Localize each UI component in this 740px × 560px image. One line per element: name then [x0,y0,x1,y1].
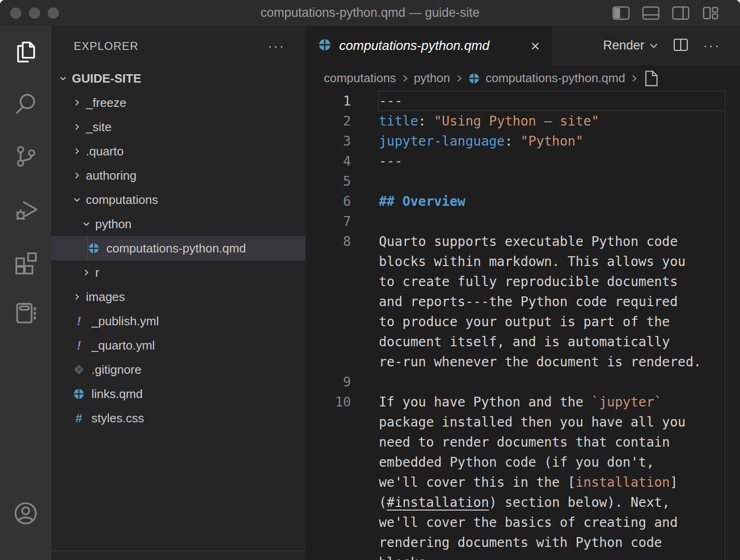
tree-item-python[interactable]: python [51,212,306,236]
tree-item-label: authoring [86,168,136,183]
code-line-5: 5 [306,171,740,191]
breadcrumbs: computations python computations-python.… [306,65,740,91]
token-text: ] [670,475,678,490]
minimize-window-button[interactable] [29,7,40,19]
activity-bar [0,26,51,560]
extensions-icon[interactable] [0,235,51,287]
tab-computations-python-qmd[interactable]: computations-python.qmd × [306,26,552,65]
code-line-6: 6## Overview [306,191,740,211]
tree-item--quarto[interactable]: .quarto [51,139,306,163]
zoom-window-button[interactable] [48,7,59,19]
yaml-file-icon: ! [73,314,85,329]
run-debug-icon[interactable] [0,182,51,235]
render-button[interactable]: Render [603,38,658,53]
layout-controls [612,0,719,26]
customize-layout-icon[interactable] [702,6,719,20]
tree-item-images[interactable]: images [51,285,306,309]
code-line-wrap: we'll cover this in the [installation] [306,472,740,492]
code-line-10: 10If you have Python and the `jupyter` [306,392,740,412]
chevron-right-icon [73,123,81,131]
code-line-wrap: rendering documents with Python code [306,532,740,553]
tree-item--quarto-yml[interactable]: !_quarto.yml [51,333,306,357]
traffic-lights [10,7,59,19]
tree-root-guide-site[interactable]: GUIDE-SITE [51,66,306,91]
tree-item-styles-css[interactable]: #styles.css [51,406,306,430]
breadcrumb-file[interactable]: computations-python.qmd [486,71,625,85]
tree-item-label: .quarto [86,144,124,159]
line-number [306,352,351,372]
code-editor[interactable]: 1---2title: "Using Python — site"3jupyte… [306,91,740,560]
tree-item--freeze[interactable]: _freeze [51,91,306,115]
chevron-right-icon [631,73,637,84]
tree-item-r[interactable]: r [51,260,306,285]
tree-item-label: _site [86,120,112,134]
tree-item-computations-python-qmd[interactable]: computations-python.qmd [51,236,306,260]
outline-section-header[interactable]: OUTLINE [51,551,306,560]
search-icon[interactable] [0,78,51,130]
close-tab-icon[interactable]: × [531,38,540,54]
more-actions-icon[interactable]: ··· [703,39,720,52]
chevron-right-icon [73,293,81,301]
account-icon[interactable] [0,500,51,526]
token-key: jupyter-language [379,133,505,149]
split-editor-icon[interactable] [673,38,688,53]
tree-item-authoring[interactable]: authoring [51,163,306,188]
line-content: package installed then you have all you [351,412,685,432]
token-delim: --- [379,93,403,109]
tree-item-computations[interactable]: computations [51,188,306,212]
code-line-wrap: document itself, and is automatically [306,332,740,352]
line-number [306,292,351,312]
toggle-secondary-sidebar-icon[interactable] [672,6,690,20]
line-number [306,512,351,532]
code-line-wrap: (#installation) section below). Next, [306,492,740,512]
tree-item--publish-yml[interactable]: !_publish.yml [51,309,306,333]
line-number [306,332,351,352]
tree-item-links-qmd[interactable]: links.qmd [51,382,306,406]
quarto-file-icon [468,72,480,84]
line-content: document itself, and is automatically [351,332,670,352]
tree-item-label: python [95,217,132,231]
code-line-wrap: and reports---the Python code required [306,292,740,312]
render-label: Render [603,38,644,53]
line-content: Quarto supports executable Python code [351,231,678,252]
token-text: blocks within markdown. This allows you [379,254,685,269]
editor-actions: Render ··· [603,26,740,65]
chevron-down-icon [82,220,91,228]
token-text: need to render documents that contain [379,434,670,450]
code-line-9: 9 [306,372,740,392]
code-line-2: 2title: "Using Python — site" [306,111,740,131]
token-delim: --- [379,154,403,169]
line-content [351,372,379,392]
breadcrumb-computations[interactable]: computations [324,71,396,85]
tree-item--gitignore[interactable]: .gitignore [51,357,306,382]
tree-item--site[interactable]: _site [51,115,306,139]
notebook-icon[interactable] [0,287,51,339]
token-text: to create fully reproducible documents [379,274,678,289]
tree-item-label: _quarto.yml [91,338,155,353]
code-line-wrap: we'll cover the basics of creating and [306,512,740,532]
code-line-wrap: embedded Python code (if you don't, [306,452,740,472]
indent-guide [87,236,88,260]
close-window-button[interactable] [10,7,21,19]
toggle-primary-sidebar-icon[interactable] [612,6,630,20]
code-line-1: 1--- [306,91,740,111]
explorer-title: EXPLORER [74,40,139,53]
tree-item-label: .gitignore [91,363,141,377]
source-control-icon[interactable] [0,130,51,182]
breadcrumb-python[interactable]: python [414,71,450,85]
explorer-more-actions-icon[interactable]: ··· [268,40,285,53]
line-number [306,272,351,292]
toggle-panel-icon[interactable] [642,6,660,20]
tree-item-label: _publish.yml [91,314,159,329]
code-line-wrap: need to render documents that contain [306,432,740,452]
token-text: ( [379,495,387,510]
token-text: Quarto supports executable Python code [379,234,678,249]
symbol-file-icon [643,70,659,87]
code-line-wrap: blocks within markdown. This allows you [306,252,740,272]
explorer-icon[interactable] [0,26,51,78]
line-number [306,472,351,492]
chevron-right-icon [456,73,462,84]
token-text: ) section below). Next, [489,495,670,510]
line-content: ## Overview [351,191,465,211]
chevron-down-icon [73,196,81,204]
